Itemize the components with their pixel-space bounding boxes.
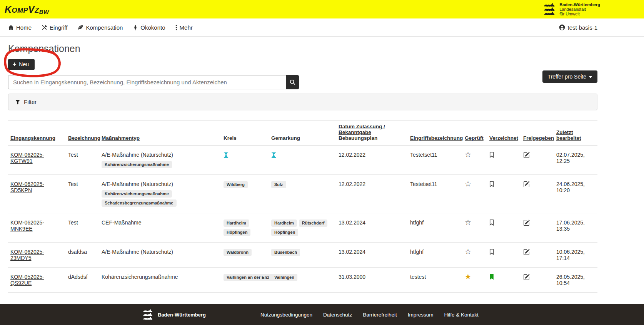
massnahmentyp-badges: Kohärenzsicherungsmaßnahme	[102, 161, 217, 168]
footer-link-impressum[interactable]: Impressum	[408, 312, 434, 318]
column-header-3[interactable]: Maßnahmentyp	[99, 121, 221, 146]
datum-zulassung-text: 12.02.2022	[339, 181, 365, 187]
agency-name: Baden-Württemberg	[559, 2, 600, 7]
app-logo-main: KompVz	[5, 4, 39, 15]
bw-coat-of-arms-footer-icon	[142, 309, 154, 320]
massnahmentyp-text: A/E-Maßnahme (Naturschutz)	[102, 249, 217, 255]
freigegeben-edit-icon[interactable]	[523, 274, 530, 281]
geprueft-star-outline-icon[interactable]: ☆	[465, 152, 471, 158]
kompensation-id-link[interactable]: KOM-062025-KGTW91	[10, 152, 44, 164]
geprueft-star-outline-icon[interactable]: ☆	[465, 249, 471, 255]
footer: Baden-Württemberg Nutzungsbedingungen Da…	[0, 304, 644, 325]
kreis-cell: Waldbronn	[224, 249, 265, 256]
freigegeben-edit-icon[interactable]	[523, 152, 530, 159]
value-badge: Hardheim	[271, 219, 297, 227]
geprueft-star-outline-icon[interactable]: ☆	[465, 181, 471, 187]
column-header-1[interactable]: Eingangskennung	[8, 121, 66, 146]
column-header-10[interactable]: Freigegeben	[521, 121, 554, 146]
zuletzt-bearbeitet-text: 24.06.2025, 10:20	[556, 181, 585, 193]
value-badge: Vaihingen an der Enz	[224, 274, 272, 281]
new-button[interactable]: + Neu	[8, 59, 35, 70]
column-header-11[interactable]: Zuletzt bearbeitet	[554, 121, 597, 146]
verzeichnet-bookmark-outline-icon[interactable]	[489, 181, 494, 188]
massnahmentyp-text: A/E-Maßnahme (Naturschutz)	[102, 152, 217, 158]
kompensation-id-link[interactable]: KOM-062025-SD5KPN	[10, 181, 44, 193]
footer-link-barrierefreiheit[interactable]: Barrierefreiheit	[363, 312, 397, 318]
column-header-8[interactable]: Geprüft	[462, 121, 487, 146]
app-logo[interactable]: KompVzBW	[5, 4, 49, 15]
table-row: KOM-052025-QS92UE dAdsdsf Kohärenzsicher…	[8, 268, 597, 293]
sortable-column-link[interactable]: Eingriffsbezeichnung	[410, 135, 463, 141]
filter-funnel-icon	[15, 99, 20, 105]
nav-label: Mehr	[180, 24, 193, 31]
sortable-column-link[interactable]: Zuletzt bearbeitet	[556, 129, 581, 141]
kreis-cell: Wildberg	[224, 181, 265, 188]
loading-hourglass-icon	[271, 152, 276, 158]
sortable-column-link[interactable]: Eingangskennung	[10, 135, 55, 141]
column-sublabel: Bebauungsplan	[339, 135, 404, 141]
kompensation-id-link[interactable]: KOM-062025-MNK9EE	[10, 219, 46, 232]
freigegeben-edit-icon[interactable]	[523, 219, 530, 227]
value-badge: Schadensbegrenzungsmaßnahme	[102, 199, 177, 207]
value-badge: Busenbach	[271, 249, 300, 256]
sortable-column-link[interactable]: Bezeichnung	[68, 135, 100, 141]
tools-icon	[42, 25, 47, 30]
datum-zulassung-text: 12.02.2022	[339, 152, 365, 158]
sortable-column-link[interactable]: Verzeichnet	[489, 135, 518, 141]
search-input[interactable]	[8, 75, 286, 89]
geprueft-star-filled-icon[interactable]: ★	[465, 274, 471, 280]
sortable-column-link[interactable]: Maßnahmentyp	[102, 135, 140, 141]
column-header-4: Kreis	[221, 121, 269, 146]
freigegeben-edit-icon[interactable]	[523, 181, 530, 189]
verzeichnet-bookmark-outline-icon[interactable]	[489, 249, 494, 256]
search-button[interactable]	[286, 75, 299, 89]
value-badge: Höpfingen	[271, 229, 298, 236]
verzeichnet-bookmark-filled-icon[interactable]	[489, 274, 494, 281]
nav-item-eingriff[interactable]: Eingriff	[42, 24, 67, 31]
sortable-column-link[interactable]: Datum Zulassung / Bekanntgabe	[339, 124, 385, 135]
nav-label: Home	[16, 24, 32, 31]
massnahmentyp-text: Kohärenzsicherungsmaßnahme	[102, 274, 217, 280]
bezeichnung-text: dAdsdsf	[68, 274, 88, 280]
column-header-7[interactable]: Eingriffsbezeichnung	[408, 121, 462, 146]
verzeichnet-bookmark-outline-icon[interactable]	[489, 152, 494, 159]
main-nav: Home Eingriff Kompensation Ökokonto Mehr…	[0, 18, 644, 37]
column-header-2[interactable]: Bezeichnung	[66, 121, 99, 146]
nav-item-home[interactable]: Home	[8, 24, 32, 31]
column-header-6[interactable]: Datum Zulassung / BekanntgabeBebauungspl…	[336, 121, 408, 146]
bezeichnung-text: Test	[68, 181, 78, 187]
nav-item-mehr[interactable]: Mehr	[175, 24, 193, 31]
kompensation-id-link[interactable]: KOM-052025-QS92UE	[10, 274, 44, 286]
footer-link-hilfe-kontakt[interactable]: Hilfe & Kontakt	[444, 312, 478, 318]
column-header-9[interactable]: Verzeichnet	[487, 121, 521, 146]
agency-sub1: Landesanstalt	[559, 7, 600, 12]
footer-link-datenschutz[interactable]: Datenschutz	[323, 312, 352, 318]
kompensation-id-link[interactable]: KOM-062025-23MDY5	[10, 249, 44, 261]
gemarkung-cell: HardheimRütschdorfHöpfingen	[271, 219, 332, 236]
sortable-column-link[interactable]: Geprüft	[465, 135, 484, 141]
agency-sub2: für Umwelt	[559, 12, 600, 16]
column-label: Kreis	[224, 135, 237, 141]
kreis-cell	[224, 152, 265, 158]
verzeichnet-bookmark-outline-icon[interactable]	[489, 219, 494, 227]
table-row: KOM-062025-KGTW91 Test A/E-Maßnahme (Nat…	[8, 146, 597, 175]
bezeichnung-text: dsafdsa	[68, 249, 87, 255]
per-page-label: Treffer pro Seite	[548, 74, 586, 80]
kompensationen-table: EingangskennungBezeichnungMaßnahmentypKr…	[8, 121, 597, 293]
per-page-dropdown[interactable]: Treffer pro Seite	[542, 70, 597, 83]
nav-item-kompensation[interactable]: Kompensation	[77, 24, 123, 31]
value-badge: Wildberg	[224, 181, 248, 188]
kebab-icon	[175, 25, 177, 30]
user-menu[interactable]: test-basis-1	[559, 24, 597, 31]
value-badge: Vaihingen	[271, 274, 297, 281]
sortable-column-link[interactable]: Freigegeben	[523, 135, 554, 141]
loading-hourglass-icon	[224, 152, 229, 158]
eingriffsbezeichnung-text: testest	[410, 274, 426, 280]
filter-toggle[interactable]: Filter	[8, 94, 597, 110]
footer-link-nutzungsbedingungen[interactable]: Nutzungsbedingungen	[260, 312, 312, 318]
geprueft-star-outline-icon[interactable]: ☆	[465, 219, 471, 226]
nav-item-oekokonto[interactable]: Ökokonto	[133, 24, 165, 31]
freigegeben-edit-icon[interactable]	[523, 249, 530, 256]
bw-coat-of-arms-icon	[543, 3, 556, 16]
zuletzt-bearbeitet-text: 10.06.2025, 17:14	[556, 249, 585, 261]
